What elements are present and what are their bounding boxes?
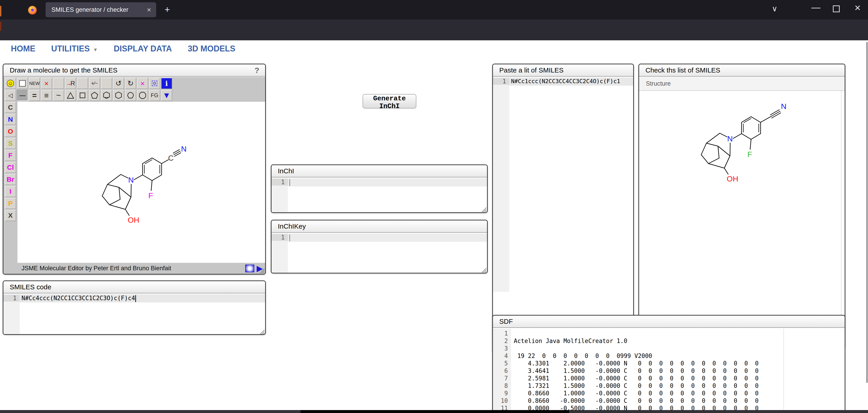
- firefox-view-icon[interactable]: [28, 6, 37, 14]
- inchi-title: InChI: [278, 167, 294, 175]
- nav-display-data[interactable]: DISPLAY DATA: [114, 44, 172, 54]
- wavy-bond-tool-icon[interactable]: ~: [53, 90, 64, 101]
- paste-header: Paste a lit of SMILES: [493, 64, 633, 76]
- new-button[interactable]: NEW: [29, 78, 40, 89]
- cyclohexane-tool-icon[interactable]: [113, 90, 124, 101]
- structure-label: Structure: [646, 80, 671, 87]
- spacer-button-2[interactable]: [77, 78, 88, 89]
- undo-icon[interactable]: ↺: [113, 78, 124, 89]
- help-icon[interactable]: ?: [254, 66, 259, 75]
- white-square: [19, 80, 26, 87]
- spacer-button-1[interactable]: [53, 78, 64, 89]
- element-cl-button[interactable]: Cl: [5, 162, 16, 173]
- page-content: HOME UTILITIES▼ DISPLAY DATA 3D MODELS D…: [0, 40, 868, 413]
- tab-close-icon[interactable]: ×: [147, 6, 151, 14]
- clear-tool-icon[interactable]: [17, 78, 28, 89]
- resize-grip[interactable]: [482, 267, 486, 273]
- line-number: 1: [272, 234, 288, 241]
- element-i-button[interactable]: I: [5, 186, 16, 197]
- draw-molecule-panel: Draw a molecule to get the SMILES ? ☺ NE…: [3, 64, 266, 275]
- atom-nitrile-n: N: [181, 145, 187, 153]
- delete-tool-icon[interactable]: ×: [41, 78, 52, 89]
- line-number: 1: [3, 295, 20, 301]
- maximize-button[interactable]: [830, 4, 842, 13]
- tab-overflow-icon[interactable]: ∨: [769, 4, 780, 13]
- inchi-panel: InChI 1: [271, 164, 488, 213]
- horizontal-scrollbar[interactable]: [0, 410, 868, 413]
- smiley-tool-icon[interactable]: ☺: [5, 78, 16, 89]
- atom-ring-n: N: [128, 176, 134, 184]
- cyclopropane-tool-icon[interactable]: [65, 90, 76, 101]
- cyclobutane-tool-icon[interactable]: [77, 90, 88, 101]
- element-p-button[interactable]: P: [5, 198, 16, 209]
- benzene-tool-icon[interactable]: [101, 90, 112, 101]
- new-tab-button[interactable]: +: [161, 5, 173, 14]
- element-column: C N O S F Cl Br I P X: [5, 102, 16, 221]
- element-o-button[interactable]: O: [5, 126, 16, 137]
- element-s-button[interactable]: S: [5, 138, 16, 149]
- atom-oh: OH: [128, 216, 140, 224]
- element-f-button[interactable]: F: [5, 150, 16, 161]
- sdf-line: 0.8660 1.0000 -0.0000 C 0 0 0 0 0 0 0 0 …: [514, 390, 758, 397]
- jsme-logo-icon[interactable]: ▼: [161, 90, 172, 101]
- smiles-code-panel: SMILES code 1 N#Cc4ccc(N2CC1CC3CC1C2C3O)…: [3, 281, 266, 335]
- line-number: 1: [493, 78, 509, 85]
- molecule-canvas[interactable]: N C N F OH: [18, 102, 266, 263]
- horizontal-scrollbar-thumb[interactable]: [301, 410, 569, 413]
- delete-rgroup-tool-icon[interactable]: →R: [65, 78, 76, 89]
- smiles-code-line[interactable]: N#Cc4ccc(N2CC1CC3CC1C2C3O)c(F)c4: [20, 295, 136, 302]
- tab-bar: SMILES generator / checker × + ∨ — ×: [0, 0, 868, 20]
- line-number: 7: [493, 375, 511, 382]
- atom-f: F: [149, 191, 153, 200]
- redo-icon[interactable]: ↻: [125, 78, 136, 89]
- atom-oh: OH: [727, 174, 738, 183]
- single-bond-tool-icon[interactable]: —: [17, 90, 28, 101]
- line-number: 1: [272, 179, 288, 186]
- nav-utilities[interactable]: UTILITIES▼: [51, 44, 98, 54]
- sdf-line: 3.4641 1.5000 -0.0000 C 0 0 0 0 0 0 0 0 …: [514, 368, 758, 374]
- paste-smiles-panel: Paste a lit of SMILES 1 N#Cc1ccc(N2CC3CC…: [492, 64, 634, 352]
- smiles-code-editor[interactable]: 1 N#Cc4ccc(N2CC1CC3CC1C2C3O)c(F)c4: [3, 294, 265, 335]
- cyclopentane-tool-icon[interactable]: [89, 90, 100, 101]
- chain-tool-icon[interactable]: ◁: [5, 90, 16, 101]
- element-n-button[interactable]: N: [5, 114, 16, 125]
- resize-grip[interactable]: [482, 207, 486, 212]
- window-edge-accent2: [0, 22, 1, 31]
- structure-column-header: Structure: [639, 77, 845, 91]
- element-c-button[interactable]: C: [5, 102, 16, 113]
- active-line: [288, 233, 487, 242]
- move-tool-icon[interactable]: [149, 78, 160, 89]
- cyclooctane-tool-icon[interactable]: [137, 90, 148, 101]
- nav-home[interactable]: HOME: [11, 44, 35, 54]
- inchikey-title: InChIKey: [278, 222, 306, 230]
- cycloheptane-tool-icon[interactable]: [125, 90, 136, 101]
- inchi-editor[interactable]: 1: [272, 178, 487, 213]
- nav-3d-models[interactable]: 3D MODELS: [188, 44, 236, 54]
- triple-bond-tool-icon[interactable]: ≡: [41, 90, 52, 101]
- spiro-tool-icon[interactable]: ×: [137, 78, 148, 89]
- charge-tool-icon[interactable]: +∕−: [89, 78, 100, 89]
- inchi-line[interactable]: [288, 179, 290, 186]
- generate-inchi-button[interactable]: Generate InChI: [363, 94, 416, 108]
- info-button[interactable]: i: [161, 78, 172, 89]
- paste-editor[interactable]: 1 N#Cc1ccc(N2CC3CC4CC3C2C4O)c(F)c1: [493, 77, 633, 352]
- paste-line[interactable]: N#Cc1ccc(N2CC3CC4CC3C2C4O)c(F)c1: [509, 78, 620, 85]
- inchikey-editor[interactable]: 1: [272, 233, 487, 273]
- checked-molecule: N N F OH: [691, 95, 818, 190]
- jsme-toolbar-row2: ◁ — = ≡ ~ FG ▼: [5, 90, 172, 101]
- double-bond-tool-icon[interactable]: =: [29, 90, 40, 101]
- inchikey-line[interactable]: [288, 234, 290, 241]
- window-edge-accent: [0, 6, 1, 16]
- window-close-button[interactable]: ×: [852, 3, 864, 12]
- browser-tab[interactable]: SMILES generator / checker ×: [45, 2, 156, 17]
- element-br-button[interactable]: Br: [5, 174, 16, 185]
- sdf-line: 19 22 0 0 0 0 0 0 0 0999 V2000: [514, 352, 652, 359]
- element-x-button[interactable]: X: [5, 210, 16, 221]
- resize-grip[interactable]: [259, 329, 265, 335]
- jsme-square-button[interactable]: [245, 265, 254, 272]
- spacer-button-3[interactable]: [101, 78, 112, 89]
- vertical-scrollbar-thumb[interactable]: [866, 42, 868, 383]
- sdf-editor[interactable]: 1 2Actelion Java MolfileCreator 1.0 3 4 …: [493, 329, 845, 413]
- functional-group-button[interactable]: FG: [149, 90, 160, 101]
- minimize-button[interactable]: —: [810, 3, 822, 12]
